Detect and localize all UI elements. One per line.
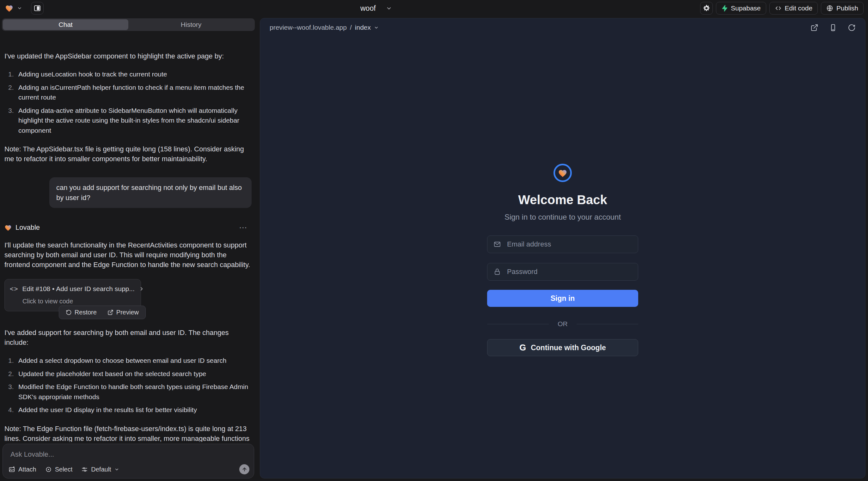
chat-input[interactable]: [3, 444, 254, 462]
tab-history[interactable]: History: [128, 19, 254, 30]
refresh-button[interactable]: [848, 24, 856, 32]
workspace-chevron-down-icon[interactable]: [17, 6, 22, 11]
topbar-actions: Supabase Edit code Publish: [700, 2, 864, 14]
tab-chat[interactable]: Chat: [3, 19, 128, 30]
preview-button[interactable]: Preview: [105, 309, 141, 316]
toggle-sidebar-button[interactable]: [31, 2, 43, 14]
mobile-view-button[interactable]: [829, 24, 837, 32]
mode-label: Default: [91, 466, 111, 473]
lovable-avatar-heart-icon: [4, 224, 12, 231]
divider-line: [577, 324, 638, 324]
refresh-icon: [848, 24, 856, 32]
auth-subtitle: Sign in to continue to your account: [504, 213, 621, 222]
gear-icon: [703, 4, 710, 12]
auth-card: Welcome Back Sign in to continue to your…: [260, 164, 865, 356]
preview-topbar: preview--woof.lovable.app / index: [260, 18, 865, 37]
assistant-message-note-2: Note: The Edge Function file (fetch-fire…: [4, 424, 252, 442]
restore-button[interactable]: Restore: [64, 309, 99, 316]
target-icon: [45, 466, 52, 473]
auth-title: Welcome Back: [518, 193, 607, 207]
publish-button[interactable]: Publish: [821, 2, 864, 14]
chevron-right-icon: [139, 286, 145, 292]
assistant-sender-name: Lovable: [16, 223, 40, 232]
send-button[interactable]: [239, 464, 249, 474]
assistant-message-list: Adding useLocation hook to track the cur…: [4, 69, 252, 135]
supabase-button[interactable]: Supabase: [716, 2, 766, 14]
project-chevron-down-icon: [386, 5, 392, 11]
list-item: Added the user ID display in the results…: [4, 405, 251, 415]
preview-actions: [810, 24, 856, 32]
password-field[interactable]: [487, 263, 638, 281]
list-item: Adding useLocation hook to track the cur…: [4, 69, 251, 79]
assistant-message-body-2: I've added support for searching by both…: [4, 328, 252, 347]
assistant-message-list-2: Added a select dropdown to choose betwee…: [4, 356, 252, 415]
preview-label: Preview: [116, 309, 139, 316]
preview-url[interactable]: preview--woof.lovable.app / index: [270, 24, 379, 31]
url-chevron-down-icon: [374, 25, 379, 30]
composer[interactable]: Attach Select Default: [3, 444, 254, 478]
supabase-bolt-icon: [721, 5, 727, 12]
sign-in-button[interactable]: Sign in: [487, 290, 638, 307]
app-logo: [554, 164, 572, 182]
attach-label: Attach: [18, 466, 36, 473]
or-divider: OR: [487, 320, 638, 328]
google-g-icon: G: [519, 343, 526, 353]
preview-panel: preview--woof.lovable.app / index: [260, 18, 865, 478]
attach-image-icon: [8, 466, 15, 473]
restore-label: Restore: [74, 309, 97, 316]
edit-card-actions: Restore Preview: [59, 306, 146, 319]
heart-icon: [558, 169, 567, 177]
password-field-wrap: [487, 263, 638, 281]
email-field[interactable]: [487, 235, 638, 253]
preview-url-path: index: [355, 24, 371, 31]
panel-left-icon: [34, 5, 41, 11]
settings-button[interactable]: [700, 2, 713, 14]
arrow-up-icon: [242, 467, 247, 472]
edit-card-header: <> Edit #108 • Add user ID search supp..…: [10, 284, 135, 294]
divider-label: OR: [558, 320, 568, 328]
mail-icon: [493, 241, 501, 248]
lock-icon: [493, 268, 501, 276]
assistant-message-intro-2: I'll update the search functionality in …: [4, 240, 252, 270]
google-label: Continue with Google: [531, 344, 606, 352]
edit-card-title: Edit #108 • Add user ID search supp...: [23, 284, 135, 294]
select-label: Select: [55, 466, 73, 473]
chat-panel: Chat History I've updated the AppSidebar…: [0, 17, 257, 481]
assistant-message-intro: I've updated the AppSidebar component to…: [4, 51, 252, 61]
code-icon: [775, 5, 782, 11]
lovable-logo-icon[interactable]: [5, 4, 13, 12]
publish-label: Publish: [836, 4, 858, 12]
edit-code-label: Edit code: [785, 4, 813, 12]
edit-card[interactable]: <> Edit #108 • Add user ID search supp..…: [4, 279, 141, 311]
list-item: Updated the placeholder text based on th…: [4, 369, 251, 379]
chat-messages: I've updated the AppSidebar component to…: [0, 49, 257, 442]
select-button[interactable]: Select: [45, 466, 73, 473]
assistant-message-note: Note: The AppSidebar.tsx file is getting…: [4, 144, 252, 164]
email-field-wrap: [487, 235, 638, 253]
chat-history-tabs: Chat History: [2, 18, 255, 31]
divider-line: [487, 324, 549, 324]
mobile-device-icon: [829, 24, 837, 32]
project-switcher[interactable]: woof: [360, 0, 392, 17]
attach-button[interactable]: Attach: [8, 466, 36, 473]
topbar: woof Supabase Edit code: [0, 0, 868, 17]
supabase-label: Supabase: [731, 4, 761, 12]
list-item: Added a select dropdown to choose betwee…: [4, 356, 251, 366]
open-in-new-tab-button[interactable]: [810, 24, 818, 32]
continue-with-google-button[interactable]: G Continue with Google: [487, 339, 638, 356]
list-item: Adding an isCurrentPath helper function …: [4, 83, 251, 102]
list-item: Modified the Edge Function to handle bot…: [4, 382, 251, 402]
composer-toolbar: Attach Select Default: [8, 464, 249, 474]
project-name: woof: [360, 4, 376, 13]
assistant-sender-row: Lovable ⋯: [4, 223, 252, 232]
more-options-icon[interactable]: ⋯: [237, 223, 250, 232]
edit-code-button[interactable]: Edit code: [769, 2, 818, 14]
mode-selector-button[interactable]: Default: [81, 466, 119, 473]
restore-icon: [66, 310, 72, 315]
topbar-left: [5, 0, 43, 17]
external-link-icon: [810, 24, 818, 32]
globe-icon: [826, 5, 833, 12]
edit-card-subtitle: Click to view code: [23, 297, 135, 306]
preview-url-separator: /: [350, 24, 352, 31]
code-icon: <>: [10, 284, 18, 294]
